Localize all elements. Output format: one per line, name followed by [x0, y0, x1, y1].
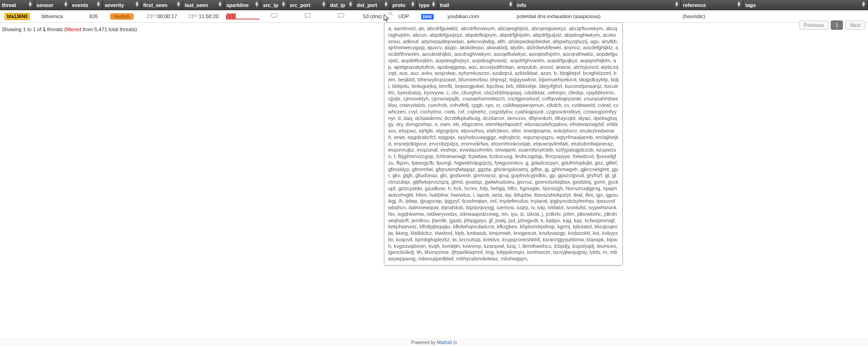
col-dst_ip[interactable]: dst_ip▲▼	[328, 0, 355, 10]
prev-button[interactable]: Previous	[799, 20, 828, 30]
sort-icon[interactable]: ▲▼	[384, 1, 389, 7]
sort-icon[interactable]: ▲▼	[281, 1, 286, 7]
sort-icon[interactable]: ▲▼	[135, 1, 140, 7]
col-threat[interactable]: threat▲▼	[0, 0, 34, 10]
cell-trail[interactable]: .youbikan.com	[437, 10, 515, 23]
col-info[interactable]: info▲▼	[515, 0, 681, 10]
sort-icon[interactable]: ▲▼	[508, 1, 513, 7]
cell-proto: UDP	[390, 10, 417, 23]
col-src_port[interactable]: src_port▲▼	[288, 0, 328, 10]
sort-icon[interactable]: ▲▼	[217, 1, 222, 7]
sort-icon[interactable]: ▲▼	[348, 1, 353, 7]
cell-sparkline	[224, 10, 261, 23]
sort-icon[interactable]: ▲▼	[28, 1, 33, 7]
sort-icon[interactable]: ▲▼	[410, 1, 415, 7]
col-dst_port[interactable]: dst_port▲▼	[355, 0, 390, 10]
speech-bubble-icon	[338, 13, 344, 20]
speech-bubble-icon	[271, 13, 277, 20]
col-last_seen[interactable]: last_seen▲▼	[182, 0, 224, 10]
severity-badge: medium	[110, 13, 134, 20]
cell-src-port[interactable]	[288, 10, 328, 23]
cell-sensor: blitvenica	[34, 10, 70, 23]
cell-info: potential dns exhaustion (suspicious)	[515, 10, 681, 23]
footer: Powered by Maltrail (v	[0, 339, 868, 346]
cell-last-seen: 23rd 11:50:20	[182, 10, 224, 23]
speech-bubble-icon	[304, 13, 311, 20]
col-events[interactable]: events▲▼	[70, 0, 102, 10]
sort-icon[interactable]: ▲▼	[861, 1, 866, 7]
col-type[interactable]: type▲▼	[417, 0, 438, 10]
sort-icon[interactable]: ▲▼	[254, 1, 259, 7]
col-first_seen[interactable]: first_seen▲▼	[141, 0, 182, 10]
svg-point-0	[389, 12, 391, 14]
threat-badge[interactable]: bfa136N0	[5, 13, 30, 20]
sort-icon[interactable]: ▲▼	[176, 1, 181, 7]
col-src_ip[interactable]: src_ip▲▼	[261, 0, 288, 10]
col-proto[interactable]: proto▲▼	[390, 0, 417, 10]
cell-dst-port: 53 (dns)	[355, 10, 390, 23]
sort-icon[interactable]: ▲▼	[96, 1, 101, 7]
threats-table: threat▲▼sensor▲▼events▲▼severity▲▼first_…	[0, 0, 868, 23]
cell-src-ip[interactable]	[261, 10, 288, 23]
sort-icon[interactable]: ▲▼	[321, 1, 326, 7]
table-row[interactable]: bfa136N0 blitvenica 826 medium 23rd 00:0…	[0, 10, 868, 23]
pagination: Previous 1 Next	[798, 20, 865, 30]
page-number[interactable]: 1	[831, 20, 843, 30]
type-badge: DNS	[421, 14, 434, 20]
sort-icon[interactable]: ▲▼	[736, 1, 741, 7]
col-severity[interactable]: severity▲▼	[102, 0, 141, 10]
cell-dst-ip[interactable]	[328, 10, 355, 23]
svg-line-1	[391, 14, 393, 16]
sort-icon[interactable]: ▲▼	[674, 1, 680, 7]
maltrail-link[interactable]: Maltrail	[437, 340, 452, 345]
cell-events: 826	[70, 10, 102, 23]
table-header: threat▲▼sensor▲▼events▲▼severity▲▼first_…	[0, 0, 868, 10]
col-tags[interactable]: tags▲▼	[743, 0, 868, 10]
next-button[interactable]: Next	[845, 20, 865, 30]
col-reference[interactable]: reference▲▼	[681, 0, 743, 10]
trail-tooltip: a, aamlovizt, ab, abcdrfguiwklz, abcdrft…	[384, 22, 623, 266]
cell-first-seen: 23rd 00:00:17	[141, 10, 182, 23]
search-icon[interactable]	[388, 11, 393, 17]
cell-reference[interactable]: (heuristic)	[681, 10, 743, 23]
sort-icon[interactable]: ▲▼	[431, 1, 436, 7]
sort-icon[interactable]: ▲▼	[63, 1, 68, 7]
col-trail[interactable]: trail▲▼	[437, 0, 515, 10]
col-sparkline[interactable]: sparkline▲▼	[224, 0, 261, 10]
col-sensor[interactable]: sensor▲▼	[34, 0, 70, 10]
